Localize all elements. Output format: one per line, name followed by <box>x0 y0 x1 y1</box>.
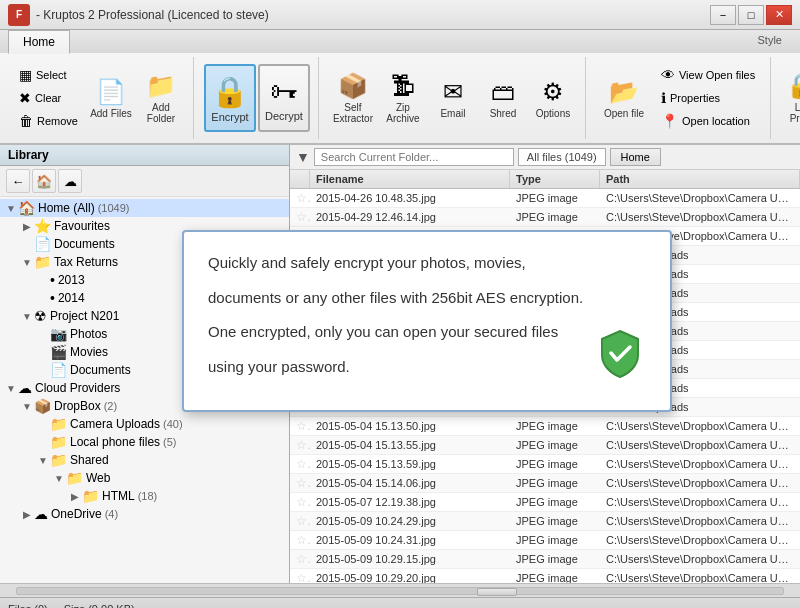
zip-icon: 🗜 <box>391 72 415 100</box>
open-file-icon: 📂 <box>609 78 639 106</box>
title-bar: F - Kruptos 2 Professional (Licenced to … <box>0 0 800 30</box>
shred-icon: 🗃 <box>491 78 515 106</box>
lib-home-button[interactable]: 🏠 <box>32 169 56 193</box>
decrypt-button[interactable]: 🗝 Decrypt <box>258 64 310 132</box>
title-controls: − □ ✕ <box>710 5 792 25</box>
select-button[interactable]: ▦Select <box>12 64 85 86</box>
add-files-icon: 📄 <box>96 78 126 106</box>
tree-item-onedrive[interactable]: ▶ ☁ OneDrive (4) <box>0 505 289 523</box>
search-input[interactable] <box>314 148 514 166</box>
status-bar: Files (0) Size (0.00 KB) <box>0 597 800 608</box>
table-row[interactable]: ☆ 2015-05-09 10.29.20.jpg JPEG image C:\… <box>290 569 800 583</box>
tree-item-html[interactable]: ▶ 📁 HTML (18) <box>0 487 289 505</box>
location-icon: 📍 <box>661 113 678 129</box>
open-mini-group: 👁View Open files ℹProperties 📍Open locat… <box>654 64 762 132</box>
tooltip-line4: One encrypted, only you can open your se… <box>208 321 646 344</box>
lib-cloud-button[interactable]: ☁ <box>58 169 82 193</box>
ribbon-group-lock: 🔐 Lock Project 🔄 <box>777 57 800 139</box>
add-files-button[interactable]: 📄 Add Files <box>87 64 135 132</box>
window-title: - Kruptos 2 Professional (Licenced to st… <box>36 8 269 22</box>
table-row[interactable]: ☆ 2015-05-09 10.29.15.jpg JPEG image C:\… <box>290 550 800 569</box>
maximize-button[interactable]: □ <box>738 5 764 25</box>
tree-item-local-phone[interactable]: 📁 Local phone files (5) <box>0 433 289 451</box>
col-header-filename: Filename <box>310 170 510 188</box>
close-button[interactable]: ✕ <box>766 5 792 25</box>
clear-button[interactable]: ✖Clear <box>12 87 85 109</box>
filter-icon: ▼ <box>296 149 310 165</box>
select-icon: ▦ <box>19 67 32 83</box>
tool-buttons: 📦 Self Extractor 🗜 Zip Archive ✉ Email 🗃… <box>329 57 577 139</box>
title-bar-left: F - Kruptos 2 Professional (Licenced to … <box>8 4 269 26</box>
file-count-badge[interactable]: All files (1049) <box>518 148 606 166</box>
table-row[interactable]: ☆ 2015-05-04 15.13.55.jpg JPEG image C:\… <box>290 436 800 455</box>
tree-item-camera-uploads[interactable]: 📁 Camera Uploads (40) <box>0 415 289 433</box>
tree-item-web[interactable]: ▼ 📁 Web <box>0 469 289 487</box>
tab-home[interactable]: Home <box>8 30 70 54</box>
mini-buttons: ▦Select ✖Clear 🗑Remove <box>12 64 85 132</box>
zip-archive-button[interactable]: 🗜 Zip Archive <box>379 64 427 132</box>
scrollbar-track <box>16 587 784 595</box>
encrypt-decrypt-buttons: 🔒 Encrypt 🗝 Decrypt <box>204 57 310 139</box>
shield-icon <box>594 327 646 390</box>
table-row[interactable]: ☆ 2015-05-04 15.13.59.jpg JPEG image C:\… <box>290 455 800 474</box>
table-row[interactable]: ☆ 2015-05-09 10.24.29.jpg JPEG image C:\… <box>290 512 800 531</box>
tooltip-line5: using your password. <box>208 356 646 379</box>
properties-button[interactable]: ℹProperties <box>654 87 762 109</box>
options-button[interactable]: ⚙ Options <box>529 64 577 132</box>
open-location-button[interactable]: 📍Open location <box>654 110 762 132</box>
file-toolbar: ▼ All files (1049) Home <box>290 145 800 170</box>
encrypt-button[interactable]: 🔒 Encrypt <box>204 64 256 132</box>
encrypt-icon: 🔒 <box>211 74 248 109</box>
email-button[interactable]: ✉ Email <box>429 64 477 132</box>
add-folder-icon: 📁 <box>146 72 176 100</box>
scrollbar-thumb[interactable] <box>477 588 517 596</box>
file-list-header: Filename Type Path <box>290 170 800 189</box>
tree-item-home[interactable]: ▼ 🏠 Home (All) (1049) <box>0 199 289 217</box>
open-file-button[interactable]: 📂 Open file <box>596 64 652 132</box>
decrypt-icon: 🗝 <box>270 75 298 108</box>
remove-button[interactable]: 🗑Remove <box>12 110 85 132</box>
table-row[interactable]: ☆ 2015-05-04 15.13.50.jpg JPEG image C:\… <box>290 417 800 436</box>
tooltip-popup: Quickly and safely encrypt your photos, … <box>182 230 672 412</box>
email-icon: ✉ <box>443 78 463 106</box>
lock-project-icon: 🔐 <box>790 72 800 100</box>
horizontal-scrollbar[interactable] <box>0 583 800 597</box>
lib-back-button[interactable]: ← <box>6 169 30 193</box>
ribbon-content: ▦Select ✖Clear 🗑Remove 📄 Add Files 📁 Add… <box>0 53 800 143</box>
file-buttons: ▦Select ✖Clear 🗑Remove 📄 Add Files 📁 Add… <box>12 57 185 139</box>
shred-button[interactable]: 🗃 Shred <box>479 64 527 132</box>
library-header: Library <box>0 145 289 166</box>
col-header-path: Path <box>600 170 800 188</box>
main-area: Library ← 🏠 ☁ ▼ 🏠 Home (All) (1049) ▶ ⭐ … <box>0 145 800 583</box>
options-icon: ⚙ <box>542 78 564 106</box>
minimize-button[interactable]: − <box>710 5 736 25</box>
self-extractor-icon: 📦 <box>338 72 368 100</box>
view-icon: 👁 <box>661 67 675 83</box>
add-folder-button[interactable]: 📁 Add Folder <box>137 64 185 132</box>
ribbon-group-tools: 📦 Self Extractor 🗜 Zip Archive ✉ Email 🗃… <box>325 57 586 139</box>
tree-item-shared[interactable]: ▼ 📁 Shared <box>0 451 289 469</box>
open-buttons: 📂 Open file 👁View Open files ℹProperties… <box>596 57 762 139</box>
self-extractor-button[interactable]: 📦 Self Extractor <box>329 64 377 132</box>
table-row[interactable]: ☆ 2015-05-07 12.19.38.jpg JPEG image C:\… <box>290 493 800 512</box>
table-row[interactable]: ☆ 2015-05-09 10.24.31.jpg JPEG image C:\… <box>290 531 800 550</box>
size-status: Size (0.00 KB) <box>64 603 135 609</box>
remove-icon: 🗑 <box>19 113 33 129</box>
app-icon: F <box>8 4 30 26</box>
ribbon-tab-bar: Home Style <box>0 30 800 53</box>
view-open-files-button[interactable]: 👁View Open files <box>654 64 762 86</box>
ribbon: Home Style ▦Select ✖Clear 🗑Remove 📄 Add … <box>0 30 800 145</box>
ribbon-group-files: ▦Select ✖Clear 🗑Remove 📄 Add Files 📁 Add… <box>8 57 194 139</box>
lock-buttons: 🔐 Lock Project 🔄 <box>781 57 800 139</box>
lock-project-button[interactable]: 🔐 Lock Project <box>781 64 800 132</box>
col-header-star <box>290 170 310 188</box>
style-label: Style <box>748 30 792 53</box>
files-status: Files (0) <box>8 603 48 609</box>
tooltip-line1: Quickly and safely encrypt your photos, … <box>208 252 646 275</box>
clear-icon: ✖ <box>19 90 31 106</box>
table-row[interactable]: ☆ 2015-05-04 15.14.06.jpg JPEG image C:\… <box>290 474 800 493</box>
properties-icon: ℹ <box>661 90 666 106</box>
table-row[interactable]: ☆ 2015-04-26 10.48.35.jpg JPEG image C:\… <box>290 189 800 208</box>
file-home-button[interactable]: Home <box>610 148 661 166</box>
table-row[interactable]: ☆ 2015-04-29 12.46.14.jpg JPEG image C:\… <box>290 208 800 227</box>
